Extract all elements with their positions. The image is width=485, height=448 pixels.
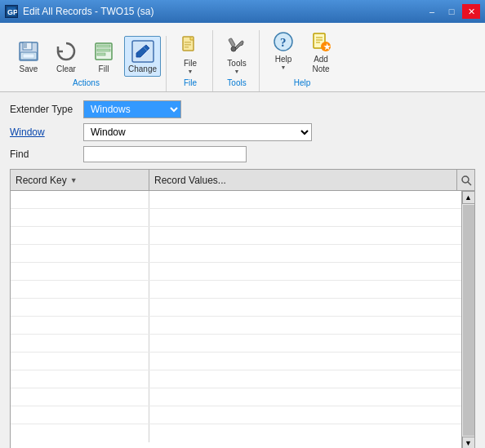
clear-button[interactable]: Clear (49, 36, 83, 77)
scroll-down-button[interactable]: ▼ (462, 437, 475, 448)
save-button[interactable]: Save (11, 36, 46, 77)
td-key (11, 388, 149, 406)
table-row[interactable] (11, 245, 474, 263)
scroll-thumb[interactable] (463, 205, 474, 436)
table-row[interactable] (11, 227, 474, 245)
svg-rect-8 (97, 45, 110, 47)
table-row[interactable] (11, 263, 474, 281)
td-value (149, 317, 474, 334)
td-key (11, 281, 149, 298)
svg-rect-10 (97, 53, 105, 55)
td-value (149, 370, 474, 388)
table-row[interactable] (11, 353, 474, 370)
th-sort-arrow-icon: ▼ (70, 176, 78, 184)
table-row[interactable] (11, 406, 474, 424)
table-search-button[interactable] (456, 170, 474, 190)
td-value (149, 263, 474, 280)
tools-icon (224, 33, 250, 59)
td-value (149, 424, 474, 442)
close-button[interactable]: ✕ (462, 4, 480, 19)
td-value (149, 299, 474, 316)
extender-type-row: Extender Type Windows Forms Reports (10, 100, 475, 118)
find-input[interactable] (83, 146, 247, 162)
change-icon (130, 38, 156, 64)
minimize-button[interactable]: – (423, 4, 441, 19)
svg-text:GP: GP (7, 8, 17, 16)
title-bar-title: Edit All Records - TWO15 (sa) (23, 6, 154, 17)
th-record-key: Record Key ▼ (11, 170, 149, 190)
table-row[interactable] (11, 424, 474, 442)
ribbon-file-buttons: File ▼ (173, 30, 207, 77)
help-icon: ? (270, 29, 296, 55)
svg-line-28 (468, 182, 471, 185)
ribbon-actions-buttons: Save Clear (11, 36, 161, 77)
table-row[interactable] (11, 317, 474, 335)
table-row[interactable] (11, 281, 474, 299)
td-value (149, 209, 474, 226)
table-row[interactable] (11, 388, 474, 406)
file-with-arrow: File ▼ (184, 59, 197, 74)
title-bar-controls: – □ ✕ (423, 4, 480, 19)
td-value (149, 281, 474, 298)
td-key (11, 353, 149, 370)
add-note-icon: ★ (308, 29, 334, 55)
svg-rect-9 (97, 49, 110, 51)
td-key (11, 227, 149, 244)
file-arrow-icon: ▼ (188, 69, 194, 74)
svg-rect-14 (185, 42, 191, 43)
change-label: Change (128, 64, 157, 74)
table-row[interactable] (11, 299, 474, 317)
fill-button[interactable]: Fill (87, 36, 121, 77)
tools-with-arrow: Tools ▼ (227, 59, 246, 74)
ribbon-group-help: ? Help ▼ (261, 26, 343, 91)
tools-button[interactable]: Tools ▼ (220, 30, 254, 77)
file-label: File (184, 59, 197, 69)
table-body (11, 191, 474, 448)
window-select[interactable]: Window (83, 123, 312, 141)
window-label[interactable]: Window (10, 126, 83, 138)
extender-type-label: Extender Type (10, 104, 83, 115)
td-value (149, 353, 474, 370)
svg-rect-6 (23, 54, 34, 58)
file-button[interactable]: File ▼ (173, 30, 207, 77)
save-icon (16, 38, 42, 64)
table-row[interactable] (11, 335, 474, 353)
svg-rect-15 (185, 44, 191, 46)
vertical-scrollbar[interactable]: ▲ ▼ (461, 191, 474, 448)
table-row[interactable] (11, 191, 474, 209)
tools-group-label: Tools (227, 78, 246, 89)
td-key (11, 263, 149, 280)
ribbon-tools-buttons: Tools ▼ (220, 30, 254, 77)
app-icon: GP (5, 5, 18, 18)
clear-label: Clear (56, 64, 76, 74)
add-note-button[interactable]: ★ AddNote (304, 26, 338, 77)
title-bar: GP Edit All Records - TWO15 (sa) – □ ✕ (0, 0, 485, 23)
save-label: Save (20, 64, 38, 74)
actions-group-label: Actions (73, 78, 100, 89)
help-button[interactable]: ? Help ▼ (266, 26, 300, 77)
svg-rect-4 (24, 43, 27, 48)
records-table: Record Key ▼ Record Values... (10, 169, 475, 448)
table-row[interactable] (11, 370, 474, 388)
scroll-up-button[interactable]: ▲ (462, 191, 475, 204)
change-button[interactable]: Change (124, 36, 161, 77)
td-value (149, 388, 474, 406)
maximize-button[interactable]: □ (443, 4, 461, 19)
tools-arrow-icon: ▼ (234, 69, 240, 74)
svg-point-27 (462, 176, 469, 183)
help-with-arrow: Help ▼ (275, 55, 292, 70)
fill-icon (91, 38, 117, 64)
table-row[interactable] (11, 209, 474, 227)
extender-type-select[interactable]: Windows Forms Reports (83, 100, 181, 118)
title-bar-left: GP Edit All Records - TWO15 (sa) (5, 5, 154, 18)
svg-rect-18 (229, 38, 235, 47)
td-key (11, 317, 149, 334)
td-value (149, 335, 474, 352)
fill-label: Fill (99, 64, 109, 74)
td-key (11, 406, 149, 424)
td-key (11, 335, 149, 352)
ribbon-group-tools: Tools ▼ Tools (215, 30, 260, 91)
help-arrow-icon: ▼ (281, 64, 287, 70)
table-header: Record Key ▼ Record Values... (11, 170, 474, 191)
main-content: Extender Type Windows Forms Reports Wind… (0, 92, 485, 448)
